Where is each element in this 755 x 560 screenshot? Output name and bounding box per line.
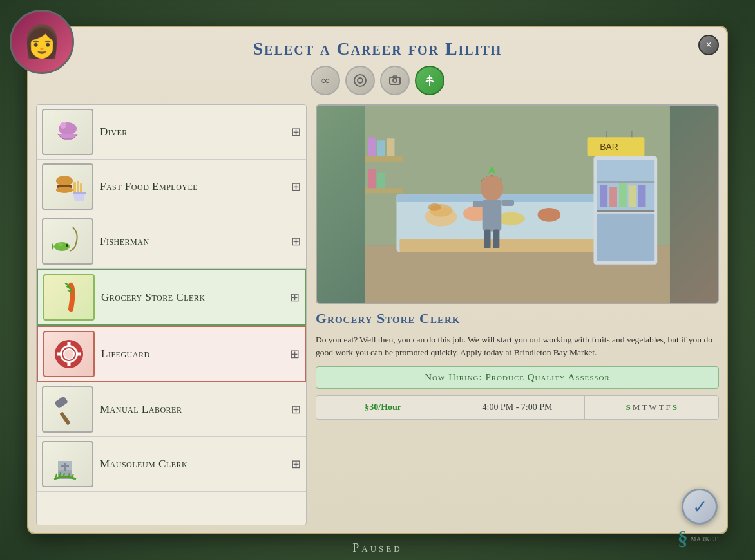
close-button[interactable]: × xyxy=(698,35,719,55)
svg-point-9 xyxy=(56,187,73,193)
stat-hours: 4:00 PM - 7:00 PM xyxy=(450,396,584,419)
fast-food-name: Fast Food Employee xyxy=(100,180,291,193)
career-stats-row: §30/Hour 4:00 PM - 7:00 PM S M T W T F S xyxy=(316,395,719,420)
filter-camera1[interactable] xyxy=(345,66,375,95)
stat-days: S M T W T F S xyxy=(585,396,718,419)
lifeguard-icon-box xyxy=(43,331,95,377)
day-f: F xyxy=(666,402,671,413)
day-s2: S xyxy=(673,402,677,413)
grocery-name: Grocery Store Clerk xyxy=(101,291,290,304)
wage-value: §30/Hour xyxy=(365,402,401,412)
svg-rect-46 xyxy=(629,185,636,207)
career-item-grocery[interactable]: Grocery Store Clerk ⊞ xyxy=(37,269,306,326)
grocery-icon-box xyxy=(43,274,95,321)
mausoleum-multi: ⊞ xyxy=(291,457,301,471)
manual-multi: ⊞ xyxy=(291,402,301,416)
mausoleum-name: Mausoleum Clerk xyxy=(100,458,291,471)
svg-rect-11 xyxy=(77,181,79,192)
svg-rect-21 xyxy=(59,411,71,425)
grocery-icon xyxy=(52,280,87,315)
career-item-manual[interactable]: Manual Laborer ⊞ xyxy=(37,382,306,437)
fast-food-icon xyxy=(50,169,86,205)
svg-point-17 xyxy=(58,243,63,246)
career-item-fisherman[interactable]: Fisherman ⊞ xyxy=(37,214,306,269)
career-item-mausoleum[interactable]: Mausoleum Clerk ⊞ xyxy=(37,437,306,492)
lifeguard-multi: ⊞ xyxy=(290,347,300,361)
paused-indicator: Paused xyxy=(0,536,755,560)
svg-rect-62 xyxy=(378,140,385,156)
svg-point-0 xyxy=(354,75,366,86)
fast-food-multi: ⊞ xyxy=(291,180,301,194)
stat-wage: §30/Hour xyxy=(316,396,450,419)
svg-rect-63 xyxy=(387,138,395,156)
svg-rect-56 xyxy=(484,229,491,248)
mausoleum-icon-box xyxy=(42,441,93,487)
svg-marker-15 xyxy=(52,242,54,251)
fisherman-multi: ⊞ xyxy=(291,234,301,248)
diver-icon xyxy=(52,116,84,148)
day-m: M xyxy=(633,402,640,413)
svg-point-37 xyxy=(538,208,561,222)
fisherman-icon-box xyxy=(42,218,93,265)
fast-food-icon-box xyxy=(42,163,93,210)
day-s1: S xyxy=(626,402,631,413)
day-t2: T xyxy=(659,402,664,413)
camera2-icon xyxy=(388,73,402,88)
svg-rect-44 xyxy=(609,187,617,207)
smarket-label: market xyxy=(691,534,718,544)
manual-icon-box xyxy=(42,386,93,433)
svg-rect-65 xyxy=(368,169,376,189)
modal-header: Select a Career for Lilith × xyxy=(28,27,727,66)
svg-rect-43 xyxy=(600,185,607,207)
svg-point-6 xyxy=(60,122,66,129)
career-list[interactable]: Diver ⊞ xyxy=(36,104,307,525)
svg-point-7 xyxy=(56,176,73,186)
svg-rect-57 xyxy=(493,229,499,248)
svg-rect-47 xyxy=(638,185,646,207)
svg-point-52 xyxy=(481,176,504,201)
svg-rect-13 xyxy=(73,192,86,194)
grocery-scene-svg: BAR xyxy=(317,106,718,303)
career-select-modal: Select a Career for Lilith × ∞ xyxy=(27,26,728,534)
hiring-banner: Now Hiring: Produce Quality Assessor xyxy=(316,366,719,389)
smarket-s-icon: § xyxy=(678,527,688,550)
svg-rect-66 xyxy=(378,173,385,189)
svg-rect-45 xyxy=(619,183,627,207)
mausoleum-icon xyxy=(50,447,86,482)
days-row: S M T W T F S xyxy=(590,402,713,413)
svg-rect-64 xyxy=(365,188,403,193)
day-t1: T xyxy=(642,402,647,413)
career-detail-panel: BAR xyxy=(316,104,719,525)
svg-rect-40 xyxy=(597,214,654,261)
svg-point-1 xyxy=(358,78,363,83)
nature-icon xyxy=(423,73,437,88)
svg-rect-53 xyxy=(483,200,502,231)
svg-rect-54 xyxy=(473,201,484,207)
confirm-button[interactable]: ✓ xyxy=(682,489,718,525)
career-item-diver[interactable]: Diver ⊞ xyxy=(37,105,306,160)
svg-point-3 xyxy=(393,79,397,82)
svg-rect-61 xyxy=(368,137,376,156)
manual-name: Manual Laborer xyxy=(100,403,291,416)
day-w: W xyxy=(649,402,656,413)
career-scene-image: BAR xyxy=(316,104,719,304)
filter-nature[interactable] xyxy=(415,66,444,95)
svg-rect-22 xyxy=(54,395,68,408)
diver-multi: ⊞ xyxy=(291,125,301,139)
hours-value: 4:00 PM - 7:00 PM xyxy=(483,402,553,412)
filter-bar: ∞ xyxy=(28,66,727,104)
detail-career-title: Grocery Store Clerk xyxy=(316,310,719,327)
filter-camera2[interactable] xyxy=(380,66,410,95)
lifeguard-name: Lifeguard xyxy=(101,348,290,360)
career-item-lifeguard[interactable]: Lifeguard ⊞ xyxy=(37,326,306,382)
grocery-multi: ⊞ xyxy=(290,290,300,304)
manual-icon xyxy=(50,392,86,427)
svg-rect-60 xyxy=(365,156,403,162)
svg-point-14 xyxy=(54,242,70,251)
avatar: 👩 xyxy=(10,10,74,74)
diver-name: Diver xyxy=(100,126,291,138)
career-item-fast-food[interactable]: Fast Food Employee ⊞ xyxy=(37,160,306,214)
filter-all[interactable]: ∞ xyxy=(311,66,340,95)
modal-title: Select a Career for Lilith xyxy=(41,39,714,59)
fisherman-icon xyxy=(50,224,86,259)
